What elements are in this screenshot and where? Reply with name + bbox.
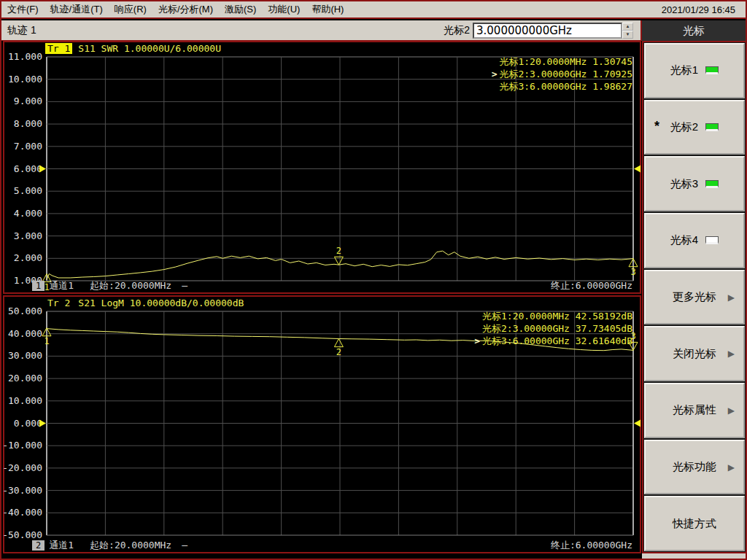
marker4-button[interactable]: 光标4 (644, 213, 745, 268)
reference-level-arrow-right-icon (634, 420, 640, 427)
trace2-marker-readouts: 光标1:20.0000MHz 42.58192dB光标2:3.00000GHz … (474, 310, 632, 347)
marker-number: 1 (44, 336, 49, 346)
menu-item-help[interactable]: 帮助(H) (311, 3, 344, 16)
marker-readout-text: 光标2:3.00000GHz 37.73405dB (482, 323, 632, 334)
chart-panel-trace1: Tr 1 S11 SWR 1.00000U/6.00000U 11.00010.… (3, 41, 641, 294)
marker1-button[interactable]: 光标1 (644, 43, 745, 98)
y-axis-tick-label: 9.000 (14, 96, 42, 106)
y-axis-tick-label: 10.000 (8, 74, 42, 85)
y-axis-tick-label: -30.000 (2, 485, 42, 496)
menu-item-file[interactable]: 文件(F) (7, 3, 39, 16)
close-marker-button[interactable]: 关闭光标▶ (644, 326, 745, 381)
stop-frequency-label: 终止:6.00000GHz (551, 279, 632, 292)
stop-frequency-label: 终止:6.00000GHz (551, 539, 632, 552)
stepper-up-icon[interactable]: ▲ (622, 23, 633, 31)
chart-panel-trace2: Tr 2 S21 LogM 10.00000dB/0.00000dB 50.00… (3, 295, 641, 553)
trace2-footer: 2 通道1 起始:20.0000MHz — 终止:6.00000GHz (4, 539, 640, 551)
y-axis-tick-label: 50.000 (8, 306, 42, 316)
y-axis-tick-label: 3.000 (14, 230, 42, 241)
start-frequency-label: 起始:20.0000MHz (90, 539, 171, 552)
reference-level-arrow-left-icon (39, 420, 46, 427)
more-markers-button[interactable]: 更多光标▶ (644, 270, 745, 325)
marker-readout-text: 光标2:3.00000GHz 1.70925 (499, 69, 632, 79)
menu-bar: 文件(F)轨迹/通道(T)响应(R)光标/分析(M)激励(S)功能(U)帮助(H… (1, 1, 746, 19)
marker-readout-text: 光标3:6.00000GHz 1.98627 (499, 81, 632, 92)
sweep-indicator: — (182, 280, 187, 291)
y-axis-tick-label: 6.000 (14, 163, 42, 174)
clock-datetime: 2021/01/29 16:45 (662, 4, 735, 15)
marker-led-off-icon (705, 236, 719, 244)
marker-properties-button-label: 光标属性 (673, 403, 716, 417)
sidebar-bottom-strip (642, 553, 747, 560)
marker-properties-button[interactable]: 光标属性▶ (644, 383, 745, 438)
toolbar-row: 轨迹 1 光标2 ▲ ▼ 光标 (1, 20, 746, 41)
y-axis-tick-label: 30.000 (8, 350, 42, 361)
marker4-button-label: 光标4 (670, 233, 698, 247)
marker3-button[interactable]: 光标3 (644, 156, 745, 211)
menu-item-response[interactable]: 响应(R) (115, 3, 147, 16)
y-axis-tick-label: 5.000 (14, 185, 42, 196)
trace1-marker-readouts: 光标1:20.0000MHz 1.30745>光标2:3.00000GHz 1.… (492, 55, 632, 93)
sweep-indicator: — (182, 540, 187, 551)
marker-triangle-icon (334, 339, 343, 347)
menu-item-trace-channel[interactable]: 轨迹/通道(T) (50, 3, 103, 16)
trace1-header: Tr 1 S11 SWR 1.00000U/6.00000U (45, 43, 221, 53)
y-axis-tick-label: 40.000 (8, 328, 42, 339)
close-marker-button-label: 关闭光标 (673, 347, 716, 361)
marker-softkey-sidebar: 光标1*光标2光标3光标4更多光标▶关闭光标▶光标属性▶光标功能▶快捷方式 (642, 41, 747, 553)
marker-readout-line: 光标1:20.0000MHz 1.30745 (492, 55, 632, 68)
trace1-badge[interactable]: Tr 1 (45, 43, 72, 54)
marker-led-on-icon (705, 180, 719, 188)
active-marker-indicator: > (492, 69, 498, 79)
trace2-header: Tr 2 S21 LogM 10.00000dB/0.00000dB (45, 298, 244, 308)
y-axis-tick-label: 10.000 (8, 395, 42, 406)
marker-readout-text: 光标1:20.0000MHz 1.30745 (499, 56, 632, 67)
start-frequency-label: 起始:20.0000MHz (90, 279, 171, 292)
marker-readout-line: >光标3:6.00000GHz 32.61640dB (474, 335, 632, 347)
marker2-button-label: 光标2 (670, 120, 698, 134)
marker-readout-line: 光标2:3.00000GHz 37.73405dB (474, 322, 632, 335)
menu-item-marker-analysis[interactable]: 光标/分析(M) (158, 3, 213, 16)
marker-readout-text: 光标3:6.00000GHz 32.61640dB (482, 335, 632, 346)
sidebar-title: 光标 (640, 20, 746, 41)
marker-entry-label: 光标2 (444, 24, 470, 37)
marker-readout-line: >光标2:3.00000GHz 1.70925 (492, 68, 632, 80)
reference-level-arrow-right-icon (634, 166, 640, 173)
y-axis-tick-label: 2.000 (14, 252, 42, 263)
marker-functions-button[interactable]: 光标功能▶ (644, 440, 745, 495)
y-axis-tick-label: -20.000 (2, 462, 42, 473)
y-axis-tick-label: -40.000 (2, 507, 42, 518)
channel1-label: 通道1 (49, 279, 74, 292)
menu-item-stimulus[interactable]: 激励(S) (225, 3, 256, 16)
menu-item-function[interactable]: 功能(U) (268, 3, 300, 16)
y-axis-tick-label: 4.000 (14, 208, 42, 219)
submenu-arrow-icon: ▶ (728, 462, 735, 472)
marker3-button-label: 光标3 (670, 177, 698, 191)
active-marker-indicator: > (474, 335, 480, 346)
marker-2-symbol[interactable]: 2 (334, 339, 343, 357)
shortcuts-button-label: 快捷方式 (673, 517, 716, 531)
y-axis-tick-label: 11.000 (8, 51, 42, 62)
marker-frequency-input[interactable] (473, 23, 622, 39)
y-axis-tick-label: 7.000 (14, 141, 42, 152)
active-trace-label: 轨迹 1 (7, 24, 36, 37)
marker-frequency-stepper: ▲ ▼ (622, 23, 633, 39)
marker-led-on-icon (705, 66, 719, 74)
active-softkey-indicator: * (654, 118, 659, 133)
marker2-button[interactable]: *光标2 (644, 100, 745, 155)
y-axis-tick-label: 20.000 (8, 373, 42, 384)
marker-2-symbol[interactable]: 2 (334, 246, 343, 265)
reference-level-arrow-left-icon (39, 166, 46, 173)
stepper-down-icon[interactable]: ▼ (622, 31, 633, 39)
y-axis-tick-label: 8.000 (14, 118, 42, 129)
shortcuts-button[interactable]: 快捷方式 (644, 496, 745, 551)
channel2-label: 通道1 (49, 539, 74, 552)
trace2-badge[interactable]: Tr 2 (45, 298, 72, 308)
marker-number: 3 (630, 267, 635, 277)
marker1-button-label: 光标1 (670, 63, 698, 77)
marker-functions-button-label: 光标功能 (673, 460, 716, 474)
submenu-arrow-icon: ▶ (728, 292, 735, 303)
submenu-arrow-icon: ▶ (728, 349, 735, 359)
marker-readout-text: 光标1:20.0000MHz 42.58192dB (482, 311, 632, 322)
submenu-arrow-icon: ▶ (728, 405, 735, 416)
